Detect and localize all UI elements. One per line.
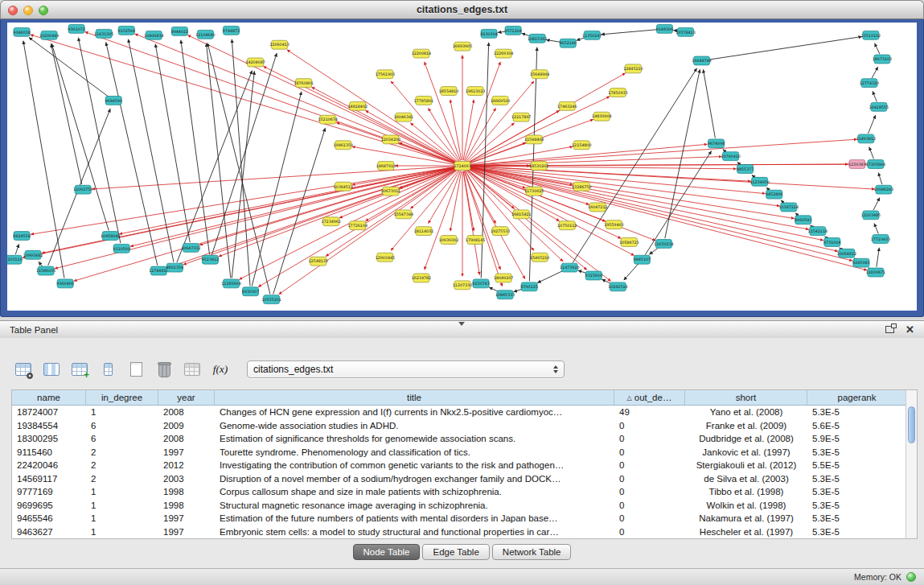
graph-node[interactable]: 8130304 [480,29,497,38]
column-header-year[interactable]: year [158,390,215,405]
graph-node[interactable]: 11285604 [221,279,240,288]
graph-node[interactable]: 18530202 [529,162,548,171]
graph-node[interactable]: 11542118 [808,227,827,236]
graph-node[interactable]: 10750112 [557,221,577,230]
graph-node[interactable]: 11730625 [524,187,544,196]
graph-node[interactable]: 17850933 [608,89,627,97]
graph-node[interactable]: 11207330 [453,281,472,290]
graph-node[interactable]: 10406834 [144,31,163,39]
graph-node[interactable]: 16428555 [869,102,889,111]
graph-node[interactable]: 9452806 [766,190,782,199]
column-header-pagerank[interactable]: pagerank [807,390,906,405]
graph-node[interactable]: 18049207 [494,274,513,282]
graph-node[interactable]: 9245083 [852,258,869,267]
graph-node[interactable]: 9360400 [56,279,73,288]
row-options-button[interactable] [97,360,118,379]
table-row[interactable]: 1938455462009Genome-wide association stu… [12,419,906,433]
graph-node[interactable]: 9203110 [7,255,23,264]
table-row[interactable]: 969969511998Structural magnetic resonanc… [12,499,906,513]
graph-node[interactable]: 16046341 [394,113,413,122]
graph-node[interactable]: 15510102 [861,31,881,39]
graph-node[interactable]: 11092750 [73,185,92,194]
graph-node[interactable]: 18554810 [439,87,458,96]
column-header-out_de[interactable]: △out_de… [614,390,685,405]
network-graph[interactable]: 1724093185302021154840812217897166695001… [7,23,917,311]
graph-node[interactable]: 10364513 [334,182,353,191]
table-panel-titlebar[interactable]: Table Panel ✕ [0,321,924,339]
graph-node[interactable]: 8790125 [520,282,537,291]
new-table-button[interactable] [125,360,146,379]
table-row[interactable]: 1830029562008Estimation of significance … [12,432,906,446]
graph-node[interactable]: 9361072 [68,24,84,33]
graph-node[interactable]: 17561903 [376,70,395,79]
table-row[interactable]: 946554611997Estimation of the future num… [12,512,906,525]
graph-node[interactable]: 10242518 [608,282,627,291]
graph-node[interactable]: 12269304 [494,49,513,58]
tab-network-table[interactable]: Network Table [492,544,572,560]
graph-node[interactable]: 17710433 [871,235,890,244]
graph-node[interactable]: 11234950 [749,177,769,186]
split-pane-handle[interactable] [458,322,465,326]
float-panel-icon[interactable] [885,326,894,333]
column-header-in_degree[interactable]: in_degree [86,390,158,405]
graph-node[interactable]: 12103485 [861,211,881,220]
zoom-button[interactable] [39,6,48,15]
graph-node[interactable]: 10555201 [261,295,281,304]
window-titlebar[interactable]: citations_edges.txt [0,0,924,19]
table-row[interactable]: 911546021997Tourette syndrome. Phenomeno… [12,446,906,459]
graph-node[interactable]: 19861350 [334,141,353,150]
import-table-button[interactable] [182,360,203,379]
tab-node-table[interactable]: Node Table [353,544,421,560]
graph-node[interactable]: 14204087 [245,58,265,67]
function-builder-button[interactable]: f(x) [210,360,231,379]
graph-node[interactable]: 17234962 [322,217,341,226]
network-table-select[interactable]: citations_edges.txt [247,360,565,378]
graph-node[interactable]: 16234782 [412,274,431,282]
graph-node[interactable]: 9150743 [472,279,489,288]
graph-node[interactable]: 12200814 [412,49,431,58]
graph-node[interactable]: 10387224 [779,203,799,212]
graph-node[interactable]: 14687910 [376,162,396,171]
graph-node[interactable]: 10845333 [495,290,515,299]
graph-node[interactable]: 16815421 [511,210,531,219]
close-panel-icon[interactable]: ✕ [906,324,914,335]
graph-node[interactable]: 11431305 [94,29,113,38]
graph-node[interactable]: 13286750 [572,182,591,191]
graph-node[interactable]: 10993482 [23,250,43,259]
graph-node[interactable]: 8960543 [795,216,811,225]
graph-node[interactable]: 18973103 [873,55,892,64]
table-mode-button[interactable] [13,360,34,379]
graph-node[interactable]: 9731004 [823,238,840,247]
graph-node[interactable]: 10584723 [619,238,639,247]
graph-node[interactable]: 19559403 [604,220,623,229]
graph-node[interactable]: 9315600 [585,271,602,280]
graph-node[interactable]: 15210674 [318,115,337,124]
graph-node[interactable]: 17463246 [557,101,577,110]
graph-node[interactable]: 18760801 [294,79,313,88]
vertical-scrollbar[interactable] [906,390,917,538]
graph-node[interactable]: 14830904 [592,112,611,121]
delete-table-button[interactable] [154,360,175,379]
graph-node[interactable]: 12154800 [572,141,591,150]
graph-node[interactable]: 9571204 [504,26,521,35]
graph-node[interactable]: 1159383 [848,160,865,169]
graph-node[interactable]: 10458049 [101,232,120,241]
graph-node[interactable]: 9110500 [113,244,130,253]
graph-node[interactable]: 14818402 [348,101,368,110]
graph-node[interactable]: 11830671 [866,268,885,277]
scrollbar-thumb[interactable] [908,406,915,443]
graph-node[interactable]: 10064822 [837,249,856,257]
graph-node[interactable]: 8930307 [242,287,259,296]
graph-node[interactable]: 10647332 [181,243,200,252]
graph-node[interactable]: 10815362 [528,34,547,43]
table-row[interactable]: 2242004622012Investigating the contribut… [12,459,906,472]
graph-node[interactable]: 17908145 [466,236,485,245]
graph-node[interactable]: 17726104 [348,221,368,230]
graph-node[interactable]: 16669500 [491,96,510,105]
create-column-button[interactable]: + [69,360,90,379]
graph-node[interactable]: 9744873 [223,26,240,35]
graph-node[interactable]: 12548133 [308,257,327,266]
graph-node[interactable]: 9684590 [105,96,122,105]
graph-node[interactable]: 8855377 [737,165,754,174]
graph-node[interactable]: 17785801 [414,96,433,105]
